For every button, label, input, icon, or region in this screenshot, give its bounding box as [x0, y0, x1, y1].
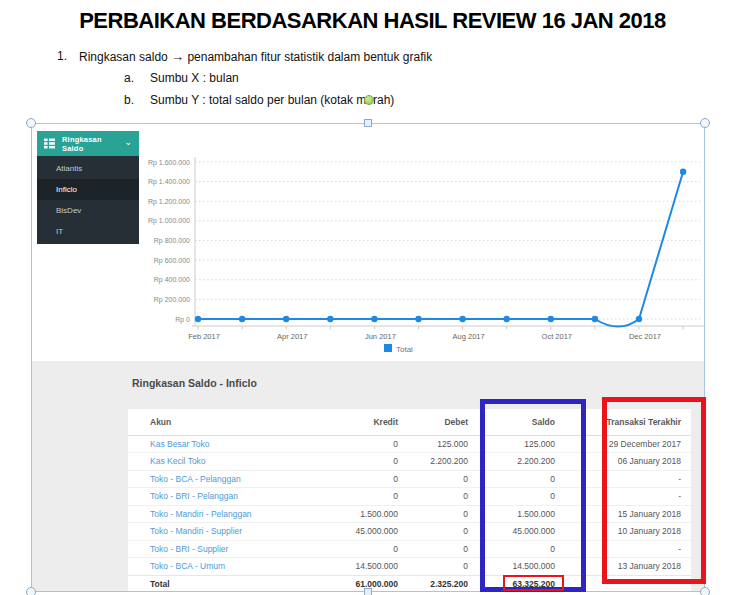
selection-handle-top-center[interactable]: [364, 119, 372, 127]
account-link[interactable]: Toko - BCA - Pelanggan: [128, 470, 308, 488]
table-cell: 125.000: [408, 435, 478, 453]
total-saldo-red-box: [503, 575, 564, 591]
table-cell: 0: [308, 540, 408, 558]
chart-point: [239, 316, 245, 322]
list-sub-b-text: Sumbu Y : total saldo per bulan (kotak m…: [150, 93, 394, 107]
chart-point: [459, 316, 465, 322]
list-item-1: Ringkasan saldo → penambahan fitur stati…: [79, 49, 432, 64]
chart-y-axis-label: Rp 1.400.000: [148, 178, 190, 186]
account-link[interactable]: Toko - Mandiri - Supplier: [128, 523, 308, 541]
account-link[interactable]: Kas Kecil Toko: [128, 453, 308, 471]
sidebar-item-bisdev[interactable]: BisDev: [37, 200, 139, 221]
table-cell: 0: [308, 453, 408, 471]
table-cell: 0: [408, 558, 478, 576]
table-cell: 61.000.000: [308, 575, 408, 592]
chart-point: [636, 316, 642, 322]
table-cell: 0: [308, 488, 408, 506]
chart-y-axis-label: Rp 1.600.000: [148, 159, 190, 167]
chart-y-axis-label: Rp 1.000.000: [148, 217, 190, 225]
table-cell: 1.500.000: [308, 505, 408, 523]
arrow-icon: →: [171, 49, 184, 64]
chart-point: [195, 316, 201, 322]
account-link[interactable]: Toko - BRI - Pelanggan: [128, 488, 308, 506]
column-header: Kredit: [308, 409, 408, 435]
sidebar: AtlantisInficloBisDevIT: [37, 156, 139, 244]
chart-point: [371, 316, 377, 322]
table-cell: 0: [408, 470, 478, 488]
column-header: Akun: [128, 409, 308, 435]
account-link[interactable]: Toko - BCA - Umum: [128, 558, 308, 576]
table-cell: 0: [408, 540, 478, 558]
table-cell: 2.325.200: [408, 575, 478, 592]
summary-title: Ringkasan Saldo - Inficlo: [132, 377, 257, 389]
chart-point: [415, 316, 421, 322]
table-cell: 0: [308, 435, 408, 453]
chart-point: [548, 316, 554, 322]
account-link[interactable]: Toko - Mandiri - Pelanggan: [128, 505, 308, 523]
chart-y-axis-label: Rp 0: [175, 316, 190, 324]
table-cell: 0: [408, 505, 478, 523]
selection-handle-bottom-right[interactable]: [700, 587, 710, 595]
sidebar-item-it[interactable]: IT: [37, 221, 139, 242]
document-page: PERBAIKAN BERDASARKAN HASIL REVIEW 16 JA…: [0, 0, 745, 595]
chart-point: [504, 316, 510, 322]
sidebar-header[interactable]: Ringkasan Saldo ⌄: [37, 131, 139, 156]
selection-handle-top-left[interactable]: [26, 118, 36, 128]
red-highlight-rect: [602, 397, 706, 584]
chart-x-axis-label: Aug 2017: [453, 332, 485, 341]
legend-label: Total: [396, 345, 413, 354]
table-cell: 2.200.200: [408, 453, 478, 471]
chart-point: [283, 316, 289, 322]
chart-line: [198, 172, 683, 327]
list-sub-a-text: Sumbu X : bulan: [150, 71, 239, 85]
list-item-1-pre: Ringkasan saldo: [79, 50, 171, 64]
table-cell: 0: [408, 523, 478, 541]
account-link[interactable]: Toko - BRI - Supplier: [128, 540, 308, 558]
table-cell: 45.000.000: [308, 523, 408, 541]
chart-x-axis-label: Dec 2017: [629, 332, 661, 341]
list-sub-a-label: a.: [124, 71, 134, 85]
chart-x-axis-label: Jun 2017: [365, 332, 396, 341]
table-cell: 0: [308, 470, 408, 488]
table-cell: 14.500.000: [308, 558, 408, 576]
selection-handle-bottom-center[interactable]: [364, 588, 372, 595]
chart-point: [592, 316, 598, 322]
list-sub-b-label: b.: [124, 93, 134, 107]
selection-handle-bottom-left[interactable]: [26, 587, 36, 595]
rotation-handle[interactable]: [364, 95, 374, 105]
selection-handle-top-right[interactable]: [700, 118, 710, 128]
list-number: 1.: [57, 49, 67, 63]
page-title: PERBAIKAN BERDASARKAN HASIL REVIEW 16 JA…: [0, 8, 745, 34]
chart-y-axis-label: Rp 1.200.000: [148, 198, 190, 206]
sidebar-header-label: Ringkasan Saldo: [62, 135, 124, 153]
chart-x-axis-label: Apr 2017: [277, 332, 307, 341]
chart-y-axis-label: Rp 200.000: [154, 296, 190, 304]
sidebar-item-atlantis[interactable]: Atlantis: [37, 158, 139, 179]
column-header: Debet: [408, 409, 478, 435]
chart-y-axis-label: Rp 600.000: [154, 257, 190, 265]
table-cell: 0: [408, 488, 478, 506]
chart-y-axis-label: Rp 400.000: [154, 276, 190, 284]
chevron-down-icon: ⌄: [124, 139, 132, 145]
account-link[interactable]: Kas Besar Toko: [128, 435, 308, 453]
sidebar-item-inficlo[interactable]: Inficlo: [37, 179, 139, 200]
chart-point: [680, 169, 686, 175]
table-cell: Total: [128, 575, 308, 592]
list-item-1-post: penambahan fitur statistik dalam bentuk …: [184, 50, 432, 64]
legend-swatch: [384, 344, 392, 352]
chart-point: [327, 316, 333, 322]
chart-y-axis-label: Rp 800.000: [154, 237, 190, 245]
chart-x-axis-label: Feb 2017: [188, 332, 220, 341]
chart-x-axis-label: Oct 2017: [542, 332, 572, 341]
blue-highlight-rect: [480, 399, 586, 592]
menu-grid-icon: [44, 138, 55, 149]
